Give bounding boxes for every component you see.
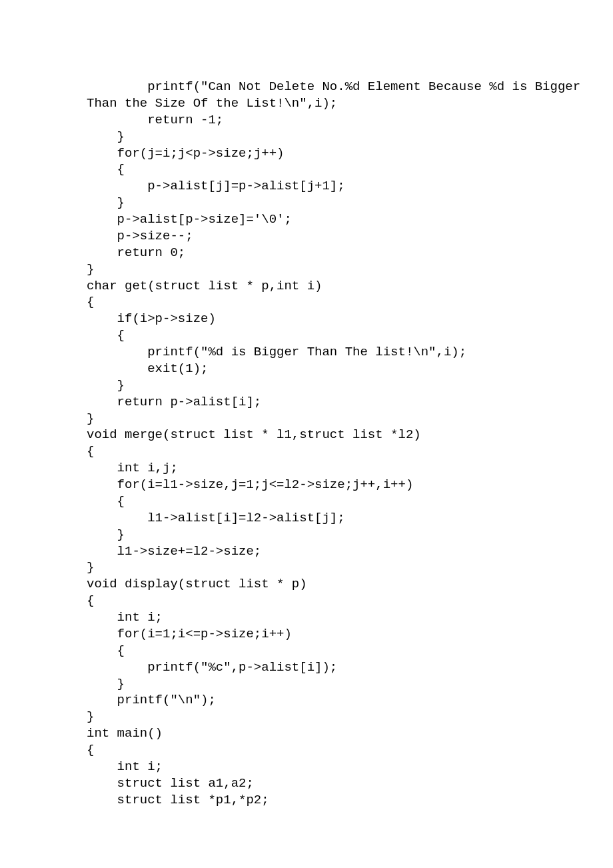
code-block: printf("Can Not Delete No.%d Element Bec… — [0, 0, 613, 809]
